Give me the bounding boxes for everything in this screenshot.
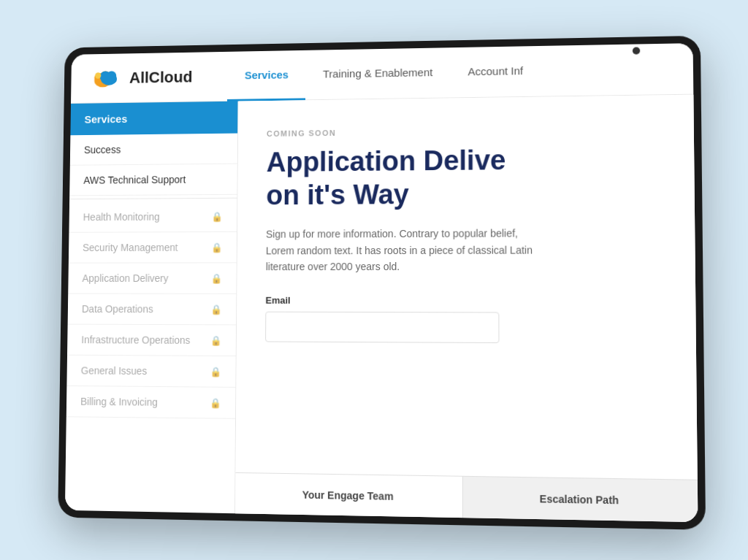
sidebar-item-success[interactable]: Success <box>70 133 237 165</box>
lock-icon: 🔒 <box>210 304 222 315</box>
sidebar-item-aws-support[interactable]: AWS Technical Support <box>69 164 237 196</box>
top-nav: AllCloud Services Training & Enablement … <box>71 43 693 104</box>
device-camera <box>633 47 640 54</box>
sidebar-item-general-issues[interactable]: General Issues 🔒 <box>66 355 235 387</box>
lock-icon: 🔒 <box>211 242 223 253</box>
nav-tabs: Services Training & Enablement Account I… <box>227 45 541 100</box>
sidebar-divider <box>69 197 237 199</box>
lock-icon: 🔒 <box>210 334 222 345</box>
coming-soon-title: Application Delive on it's Way <box>266 142 664 211</box>
lock-icon: 🔒 <box>211 210 223 221</box>
sidebar-item-infrastructure-operations[interactable]: Infrastructure Operations 🔒 <box>67 324 236 356</box>
nav-tab-training[interactable]: Training & Enablement <box>305 47 450 100</box>
allcloud-logo-icon <box>92 66 123 90</box>
nav-tab-services[interactable]: Services <box>227 50 305 101</box>
sidebar-item-application-delivery[interactable]: Application Delivery 🔒 <box>68 263 237 294</box>
sidebar-item-billing[interactable]: Billing & Invoicing 🔒 <box>66 386 236 418</box>
lock-icon: 🔒 <box>210 366 221 377</box>
logo-text: AllCloud <box>129 67 193 87</box>
lock-icon: 🔒 <box>210 397 221 408</box>
sidebar-item-data-operations[interactable]: Data Operations 🔒 <box>68 294 237 325</box>
bottom-tab-escalation-path[interactable]: Escalation Path <box>462 476 698 521</box>
nav-tab-account[interactable]: Account Inf <box>450 45 541 98</box>
email-label: Email <box>265 295 665 307</box>
svg-point-6 <box>95 72 101 78</box>
sidebar: Services Success AWS Technical Support H… <box>65 101 239 513</box>
sidebar-item-security-management[interactable]: Security Management 🔒 <box>69 231 237 263</box>
sidebar-item-health-monitoring[interactable]: Health Monitoring 🔒 <box>69 201 237 232</box>
coming-soon-description: Sign up for more information. Contrary t… <box>266 225 544 275</box>
bottom-tab-engage-team[interactable]: Your Engage Team <box>235 472 462 517</box>
coming-soon-label: COMING SOON <box>267 124 663 137</box>
content-panel: COMING SOON Application Delive on it's W… <box>235 94 698 522</box>
coming-soon-section: COMING SOON Application Delive on it's W… <box>235 94 697 479</box>
sidebar-header: Services <box>70 101 237 135</box>
main-content: Services Success AWS Technical Support H… <box>65 94 698 522</box>
email-input[interactable] <box>265 312 499 343</box>
lock-icon: 🔒 <box>210 272 222 283</box>
logo-area: AllCloud <box>92 64 193 90</box>
device-screen: AllCloud Services Training & Enablement … <box>65 43 698 522</box>
device-frame: AllCloud Services Training & Enablement … <box>58 35 706 529</box>
bottom-tabs: Your Engage Team Escalation Path <box>235 472 698 521</box>
